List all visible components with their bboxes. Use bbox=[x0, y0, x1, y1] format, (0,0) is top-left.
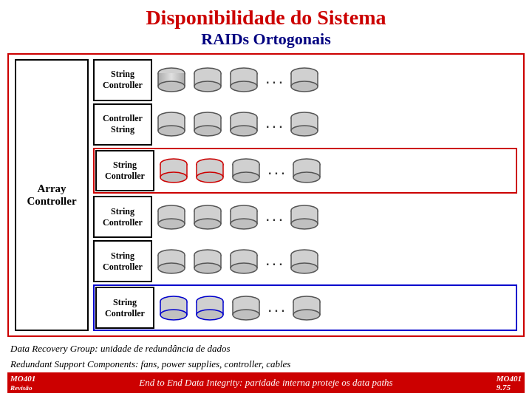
svg-point-82 bbox=[158, 263, 185, 273]
string-row-highlighted: StringController bbox=[93, 148, 517, 194]
disk bbox=[191, 112, 224, 137]
string-controller-5: StringController bbox=[93, 240, 152, 282]
svg-point-67 bbox=[194, 219, 221, 229]
disk-icon bbox=[193, 67, 222, 92]
disk-icon bbox=[292, 158, 321, 183]
disk-icon bbox=[292, 296, 321, 321]
main-diagram: Array Controller StringController bbox=[7, 53, 525, 337]
svg-point-72 bbox=[231, 219, 257, 229]
disk-icon bbox=[290, 205, 319, 230]
footer-note-3-italic: End to End Data Integrity: bbox=[139, 377, 242, 388]
disk-icon bbox=[157, 112, 186, 137]
footer-note-3-text: End to End Data Integrity: paridade inte… bbox=[139, 377, 392, 389]
disk-icon bbox=[195, 158, 225, 183]
disk-icon bbox=[195, 296, 225, 321]
disk bbox=[290, 296, 323, 321]
footer-mo-right: MO4019.75 bbox=[497, 374, 522, 392]
svg-point-2 bbox=[158, 81, 185, 92]
dots: . . . bbox=[264, 255, 284, 268]
svg-point-62 bbox=[158, 219, 185, 229]
string-controller-6: StringController bbox=[95, 287, 154, 329]
svg-point-97 bbox=[291, 263, 318, 273]
disk-icon bbox=[290, 67, 319, 92]
disks-area-3: . . . bbox=[157, 158, 515, 183]
footer-note-3: MO401Revisão End to End Data Integrity: … bbox=[7, 372, 525, 393]
disk-icon bbox=[157, 67, 186, 92]
disk bbox=[155, 67, 188, 92]
disk bbox=[157, 158, 190, 183]
svg-point-102 bbox=[160, 310, 187, 320]
svg-point-57 bbox=[293, 172, 320, 183]
disk bbox=[288, 112, 321, 137]
disk-icon bbox=[193, 112, 222, 137]
disk-icon bbox=[229, 67, 259, 92]
array-controller-label: Array Controller bbox=[19, 183, 84, 208]
disk bbox=[288, 249, 321, 274]
disk-icon bbox=[290, 249, 319, 274]
page-title: Disponibilidade do Sistema bbox=[7, 6, 525, 30]
array-controller-box: Array Controller bbox=[15, 59, 89, 331]
dots: . . . bbox=[266, 164, 287, 177]
disk-icon bbox=[159, 158, 188, 183]
footer-note-2-rest: fans, power supplies, controller, cables bbox=[138, 358, 290, 369]
page-subtitle: RAIDs Ortogonais bbox=[7, 30, 525, 49]
dots: . . . bbox=[264, 117, 284, 131]
disk bbox=[290, 158, 323, 183]
disk-icon bbox=[157, 249, 186, 274]
svg-point-27 bbox=[194, 126, 221, 136]
diagram-inner: Array Controller StringController bbox=[15, 59, 517, 331]
dots: . . . bbox=[264, 211, 284, 224]
disk bbox=[191, 67, 224, 92]
disks-area-4: . . . bbox=[155, 205, 517, 230]
disks-area-1: . . . bbox=[155, 67, 517, 92]
string-controller-1: StringController bbox=[93, 59, 152, 101]
footer-note-1-italic: Data Recovery Group: bbox=[10, 343, 98, 354]
disk-icon bbox=[229, 249, 259, 274]
disk-icon bbox=[231, 296, 261, 321]
disks-area-5: . . . bbox=[155, 249, 517, 274]
disk-icon bbox=[157, 205, 186, 230]
svg-point-112 bbox=[233, 310, 259, 320]
svg-point-17 bbox=[291, 81, 318, 92]
disk-icon bbox=[193, 205, 222, 230]
disk bbox=[288, 205, 321, 230]
page: Disponibilidade do Sistema RAIDs Ortogon… bbox=[0, 0, 532, 399]
string-row: ControllerString bbox=[93, 103, 517, 146]
svg-point-47 bbox=[197, 172, 223, 183]
svg-point-87 bbox=[194, 263, 221, 273]
footer-note-1-rest: unidade de redundância de dados bbox=[98, 343, 231, 354]
svg-point-7 bbox=[194, 81, 221, 92]
disk bbox=[228, 205, 260, 230]
strings-section: StringController bbox=[93, 59, 517, 331]
disk-icon bbox=[229, 205, 259, 230]
svg-point-107 bbox=[197, 310, 223, 320]
disk bbox=[230, 296, 262, 321]
disk bbox=[155, 249, 188, 274]
disk bbox=[228, 112, 260, 137]
disks-area-2: . . . bbox=[155, 112, 517, 137]
disk-icon bbox=[159, 296, 188, 321]
svg-point-77 bbox=[291, 219, 318, 229]
disk-icon bbox=[193, 249, 222, 274]
disk bbox=[194, 158, 226, 183]
footer-mo-left: MO401Revisão bbox=[10, 374, 35, 392]
header: Disponibilidade do Sistema RAIDs Ortogon… bbox=[7, 6, 525, 49]
svg-point-92 bbox=[231, 263, 257, 273]
footer-note-1: Data Recovery Group: unidade de redundân… bbox=[7, 341, 525, 356]
disk bbox=[191, 205, 224, 230]
string-controller-3: StringController bbox=[95, 150, 154, 192]
string-controller-2: ControllerString bbox=[93, 103, 152, 146]
disk bbox=[191, 249, 224, 274]
disks-area-6: . . . bbox=[157, 296, 515, 321]
dots: . . . bbox=[264, 73, 284, 86]
disk bbox=[228, 67, 260, 92]
footer-notes: Data Recovery Group: unidade de redundân… bbox=[7, 341, 525, 393]
disk bbox=[157, 296, 190, 321]
disk-icon bbox=[290, 112, 319, 137]
disk-icon bbox=[231, 158, 261, 183]
disk bbox=[230, 158, 262, 183]
disk bbox=[194, 296, 226, 321]
disk-icon bbox=[229, 112, 259, 137]
string-controller-4: StringController bbox=[93, 196, 152, 238]
disk bbox=[155, 205, 188, 230]
